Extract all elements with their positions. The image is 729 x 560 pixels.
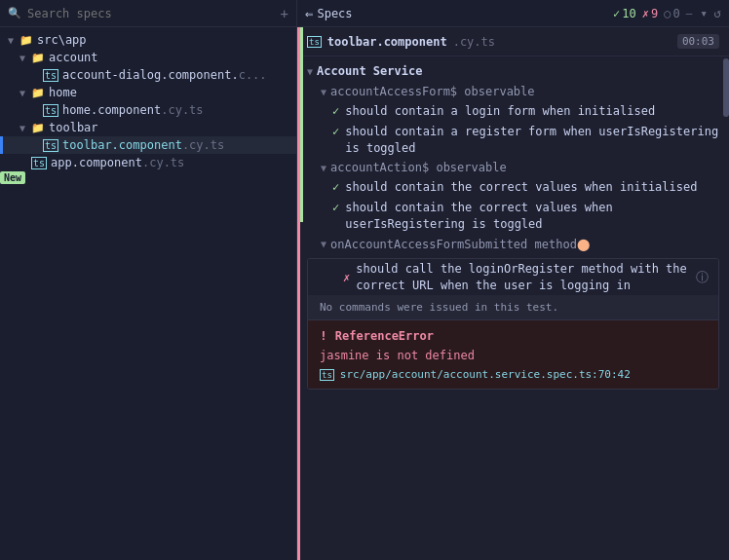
refresh-button[interactable]: ↺ [713, 6, 721, 20]
error-exclaim-icon: ! [320, 328, 327, 343]
error-message: jasmine is not defined [320, 349, 707, 362]
tree-item-toolbar-component[interactable]: ▶ ts toolbar.component.cy.ts [0, 136, 296, 154]
scrollbar[interactable] [723, 58, 729, 117]
suite-chevron-icon: ▼ [321, 163, 326, 173]
pass-icon: ✓ [332, 104, 339, 118]
pending-count: ○ 0 [664, 7, 679, 20]
file-icon: ts [43, 139, 58, 152]
tree-label: toolbar [49, 121, 98, 134]
test-text: should contain a login form when initial… [345, 103, 655, 120]
tree-item-account-dialog[interactable]: ▶ ts account-dialog.component.c... [0, 66, 296, 84]
x-icon: ✗ [642, 7, 649, 20]
test-item[interactable]: ✓ should contain the correct values when… [297, 198, 729, 235]
back-icon: ⇐ [305, 6, 313, 21]
specs-label: Specs [317, 7, 352, 20]
suite-chevron-icon: ▼ [321, 87, 326, 97]
top-bar-actions: ▾ ↺ [700, 6, 721, 20]
folder-icon: 📁 [31, 87, 45, 99]
sub-suite-header-access-form[interactable]: ▼ accountAccessForm$ observable [297, 82, 729, 101]
tree-item-home[interactable]: ▼ 📁 home [0, 84, 296, 101]
suite-chevron-icon: ▼ [321, 239, 326, 249]
search-input[interactable] [27, 7, 275, 20]
file-tab: ts toolbar.component .cy.ts 00:03 [297, 27, 729, 56]
new-badge-row: New [0, 171, 296, 195]
chevron-icon: ▼ [19, 88, 29, 98]
pass-icon: ✓ [332, 125, 339, 138]
tree-label: account [49, 51, 98, 64]
file-icon: ts [320, 369, 334, 381]
chevron-icon: ▼ [19, 123, 29, 133]
sub-suite-name: accountAction$ observable [330, 161, 507, 174]
pass-icon: ✓ [332, 180, 339, 194]
chevron-icon: ▼ [8, 35, 18, 46]
sub-suite-header-submitted[interactable]: ▼ onAccountAccessFormSubmitted method⬤ [297, 235, 729, 254]
test-item[interactable]: ✓ should contain a register form when us… [297, 122, 729, 159]
suite-header-account-service[interactable]: ▼ Account Service [297, 60, 729, 82]
file-tree: ▼ 📁 src\app ▼ 📁 account ▶ ts account-dia… [0, 27, 296, 560]
tree-item-app-component[interactable]: ▶ ts app.component.cy.ts [0, 154, 296, 171]
sidebar: 🔍 + ▼ 📁 src\app ▼ 📁 account ▶ ts account… [0, 0, 297, 560]
folder-icon: 📁 [31, 122, 45, 134]
folder-icon: 📁 [19, 34, 33, 47]
green-bar [300, 27, 303, 222]
file-tab-name: toolbar.component [327, 35, 447, 49]
failed-test-header[interactable]: ✗ should call the loginOrRegister method… [308, 259, 718, 296]
main-panel: ⇐ Specs ✓ 10 ✗ 9 ○ 0 – ▾ ↺ ts toolbar.co… [297, 0, 729, 560]
tree-label: src\app [37, 33, 87, 47]
pending-icon: ○ [664, 7, 671, 20]
sidebar-header: 🔍 + [0, 0, 296, 27]
fail-icon: ✗ [343, 271, 350, 284]
chevron-icon: ▶ [31, 105, 41, 116]
error-file-path: src/app/account/account.service.spec.ts:… [340, 368, 631, 381]
tree-label: home.component.cy.ts [62, 103, 204, 117]
test-item[interactable]: ✓ should contain the correct values when… [297, 177, 729, 198]
search-icon: 🔍 [8, 7, 21, 19]
sub-suite-header-action[interactable]: ▼ accountAction$ observable [297, 158, 729, 177]
suite-chevron-icon: ▼ [307, 66, 313, 77]
failed-test-section: ✗ should call the loginOrRegister method… [307, 258, 719, 391]
test-text: should contain the correct values when i… [345, 179, 697, 196]
test-item[interactable]: ✓ should contain a login form when initi… [297, 101, 729, 122]
tree-label: home [49, 86, 77, 99]
sub-suite-name: onAccountAccessFormSubmitted method⬤ [330, 238, 590, 251]
active-indicator [0, 136, 3, 154]
file-tab-icon: ts [307, 36, 322, 48]
error-file[interactable]: ts src/app/account/account.service.spec.… [320, 368, 707, 381]
error-header: ! ReferenceError [320, 328, 707, 343]
tree-label: account-dialog.component.c... [62, 68, 267, 82]
fail-count: ✗ 9 [642, 7, 658, 20]
test-text: should call the loginOrRegister method w… [356, 261, 690, 294]
folder-icon: 📁 [31, 52, 45, 64]
specs-back-button[interactable]: ⇐ Specs [305, 6, 353, 21]
tree-item-account[interactable]: ▼ 📁 account [0, 49, 296, 66]
error-type: ReferenceError [335, 329, 434, 343]
file-icon: ts [43, 104, 58, 117]
chevron-icon: ▼ [19, 53, 29, 63]
file-tab-ext: .cy.ts [453, 35, 495, 49]
separator: – [686, 7, 693, 19]
tree-item-src-app[interactable]: ▼ 📁 src\app [0, 31, 296, 49]
test-text: should contain a register form when user… [345, 124, 719, 157]
dropdown-button[interactable]: ▾ [700, 6, 708, 20]
file-tab-timer: 00:03 [677, 34, 719, 49]
chevron-icon: ▶ [31, 70, 41, 81]
tree-label: toolbar.component.cy.ts [62, 138, 224, 152]
chevron-icon: ▶ [19, 158, 29, 168]
file-icon: ts [43, 69, 58, 82]
tree-item-toolbar[interactable]: ▼ 📁 toolbar [0, 119, 296, 136]
file-icon: ts [31, 157, 47, 169]
test-text: should contain the correct values when u… [345, 200, 719, 233]
suite-name: Account Service [317, 64, 422, 78]
chevron-icon: ▶ [31, 140, 41, 151]
test-results: ▼ Account Service ▼ accountAccessForm$ o… [297, 56, 729, 560]
top-bar: ⇐ Specs ✓ 10 ✗ 9 ○ 0 – ▾ ↺ [297, 0, 729, 27]
info-icon: ⓘ [696, 269, 709, 286]
tree-label: app.component.cy.ts [51, 156, 184, 169]
tree-item-home-component[interactable]: ▶ ts home.component.cy.ts [0, 101, 296, 119]
new-badge: New [0, 171, 25, 184]
error-block: ! ReferenceError jasmine is not defined … [308, 320, 718, 389]
check-icon: ✓ [613, 7, 620, 20]
sub-suite-name: accountAccessForm$ observable [330, 85, 535, 98]
pass-count: ✓ 10 [613, 7, 636, 20]
add-spec-button[interactable]: + [281, 7, 288, 20]
